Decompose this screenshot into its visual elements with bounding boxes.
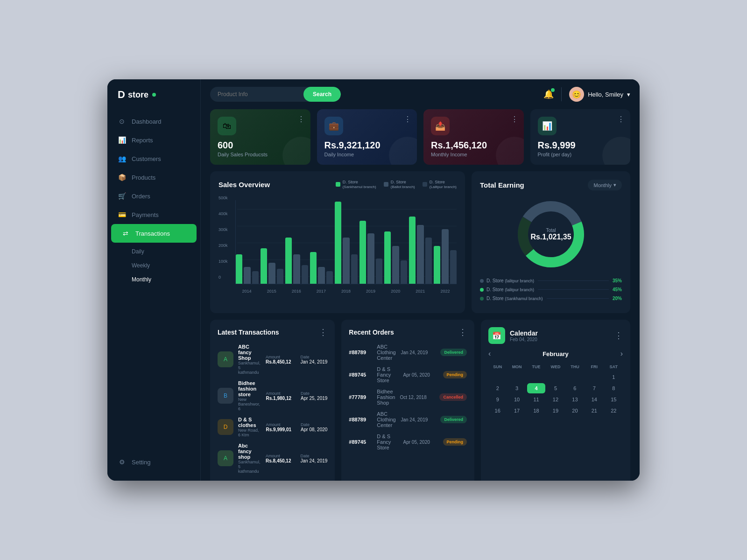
y-label-0: 0 <box>218 275 228 280</box>
trans-amount-label-3: Amount <box>266 422 292 427</box>
sidebar-item-transactions[interactable]: ⇄ Transactions <box>111 224 197 243</box>
trans-amount-2: Rs.1,980,12 <box>266 396 292 401</box>
legend-label-2: D. Store(Ballot branch) <box>391 180 415 189</box>
user-info[interactable]: 😊 Hello, Smiley ▾ <box>569 87 630 102</box>
bar-group-2017 <box>310 252 333 284</box>
cal-day-11[interactable]: 11 <box>527 394 545 405</box>
sidebar-item-label: Reports <box>132 137 153 144</box>
calendar-next-button[interactable]: › <box>620 350 623 358</box>
cal-day-empty-3[interactable] <box>527 372 545 382</box>
cal-day-empty-2[interactable] <box>507 372 526 382</box>
el-left-1: D. Store (lalitpur branch) <box>480 278 534 283</box>
trans-sub-4: Sankhamul, 5 kathmandu <box>238 460 261 474</box>
notification-button[interactable]: 🔔 <box>543 89 554 99</box>
calendar-more-button[interactable]: ⋮ <box>614 330 623 341</box>
chevron-icon: ▾ <box>613 182 616 188</box>
subnav-weekly[interactable]: Weekly <box>107 259 200 273</box>
subnav-daily[interactable]: Daily <box>107 245 200 259</box>
cal-day-7[interactable]: 7 <box>585 383 603 393</box>
setting-icon: ⚙ <box>118 458 126 466</box>
bar-group-2019 <box>359 221 382 284</box>
user-avatar: 😊 <box>569 87 584 102</box>
order-status-2: Pending <box>443 371 467 378</box>
order-item-5: #89745 D & S Fancy Store Apr 05, 2020 Pe… <box>349 434 467 450</box>
cal-day-6[interactable]: 6 <box>566 383 584 393</box>
stat-menu-3[interactable]: ⋮ <box>511 115 518 124</box>
cal-day-empty-1[interactable] <box>488 372 507 382</box>
cal-day-3[interactable]: 3 <box>507 383 526 393</box>
sidebar-item-label: Orders <box>132 193 150 200</box>
subnav-monthly[interactable]: Monthly <box>107 273 200 287</box>
cal-day-1[interactable]: 1 <box>605 372 623 382</box>
bar-green <box>310 252 317 284</box>
bar-green <box>434 246 440 284</box>
sidebar-item-products[interactable]: 📦 Products <box>107 168 200 187</box>
cal-day-21[interactable]: 21 <box>585 406 603 416</box>
period-label: Monthly <box>593 182 612 188</box>
cal-day-5[interactable]: 5 <box>546 383 564 393</box>
trans-info-2: Bidhee fashion store New Baneshwor, 6 <box>238 380 261 411</box>
app-container: D store ⊙ Dashboard 📊 Reports 👥 Customer… <box>107 79 640 481</box>
cal-day-15[interactable]: 15 <box>605 394 623 405</box>
cal-day-empty-6[interactable] <box>585 372 603 382</box>
cal-day-22[interactable]: 22 <box>605 406 623 416</box>
sidebar-item-orders[interactable]: 🛒 Orders <box>107 187 200 205</box>
sidebar-item-payments[interactable]: 💳 Payments <box>107 205 200 224</box>
bar-group-2015 <box>261 248 283 284</box>
x-label-2021: 2021 <box>409 289 432 294</box>
sub-nav: Daily Weekly Monthly <box>107 243 200 288</box>
sidebar-item-setting[interactable]: ⚙ Setting <box>107 453 200 471</box>
cal-day-empty-5[interactable] <box>566 372 584 382</box>
bar-dark <box>277 269 283 284</box>
bar-dark <box>401 260 407 284</box>
user-name: Hello, Smiley <box>588 91 623 98</box>
calendar-grid: SUN MON TUE WED THU FRI SAT <box>488 363 623 416</box>
cal-day-empty-4[interactable] <box>546 372 564 382</box>
order-name-1: ABC Clothing Center <box>377 344 396 361</box>
trans-date-label-3: Date <box>301 422 327 427</box>
bar-green <box>261 248 267 284</box>
x-label-2019: 2019 <box>359 289 382 294</box>
trans-meta-4: Amount Rs.8,450,12 Date Jan 24, 2019 <box>266 454 327 463</box>
donut-center: Total Rs.1,021,35 <box>530 228 571 241</box>
calendar-prev-button[interactable]: ‹ <box>488 350 491 358</box>
stat-menu-4[interactable]: ⋮ <box>617 115 625 124</box>
bar-green <box>285 238 292 284</box>
transactions-card: Latest Transactions ⋮ A ABC fancy Shop S… <box>210 320 335 481</box>
order-item-2: #89745 D & S Fancy Store Apr 05, 2020 Pe… <box>349 366 467 383</box>
cal-day-13[interactable]: 13 <box>566 394 584 405</box>
cal-day-14[interactable]: 14 <box>585 394 603 405</box>
transaction-item-3: D D & S clothes New Road, 6 Ktm Amount R… <box>218 417 327 437</box>
cal-day-17[interactable]: 17 <box>507 406 526 416</box>
cal-day-4-today[interactable]: 4 <box>527 383 545 393</box>
sidebar-item-customers[interactable]: 👥 Customers <box>107 149 200 168</box>
header: Search 🔔 😊 Hello, Smiley ▾ <box>201 79 640 109</box>
order-date-2: Apr 05, 2020 <box>403 372 438 378</box>
cal-day-20[interactable]: 20 <box>566 406 584 416</box>
cal-day-16[interactable]: 16 <box>488 406 507 416</box>
stat-menu-2[interactable]: ⋮ <box>404 115 411 124</box>
cal-day-19[interactable]: 19 <box>546 406 564 416</box>
trans-avatar-1: A <box>218 351 233 367</box>
legend-dot-2 <box>384 182 388 187</box>
transactions-more-button[interactable]: ⋮ <box>319 327 327 337</box>
cal-day-12[interactable]: 12 <box>546 394 564 405</box>
sidebar-item-reports[interactable]: 📊 Reports <box>107 131 200 149</box>
orders-more-button[interactable]: ⋮ <box>458 327 467 337</box>
trans-date-1: Jan 24, 2019 <box>301 359 328 364</box>
cal-day-10[interactable]: 10 <box>507 394 526 405</box>
cal-day-9[interactable]: 9 <box>488 394 507 405</box>
search-button[interactable]: Search <box>303 87 341 102</box>
cal-day-2[interactable]: 2 <box>488 383 507 393</box>
order-item-3: #77789 Bidhee Fashion Shop Oct 12, 2018 … <box>349 389 467 406</box>
period-button[interactable]: Monthly ▾ <box>588 180 622 190</box>
cal-day-8[interactable]: 8 <box>605 383 623 393</box>
sidebar-item-dashboard[interactable]: ⊙ Dashboard <box>107 112 200 131</box>
stat-menu-1[interactable]: ⋮ <box>297 115 305 124</box>
sidebar-item-label: Customers <box>132 155 161 162</box>
search-input[interactable] <box>210 87 303 102</box>
sidebar-item-label: Dashboard <box>132 118 162 125</box>
order-date-4: Jan 24, 2019 <box>401 417 436 422</box>
order-status-3: Cancelled <box>439 393 467 401</box>
cal-day-18[interactable]: 18 <box>527 406 545 416</box>
